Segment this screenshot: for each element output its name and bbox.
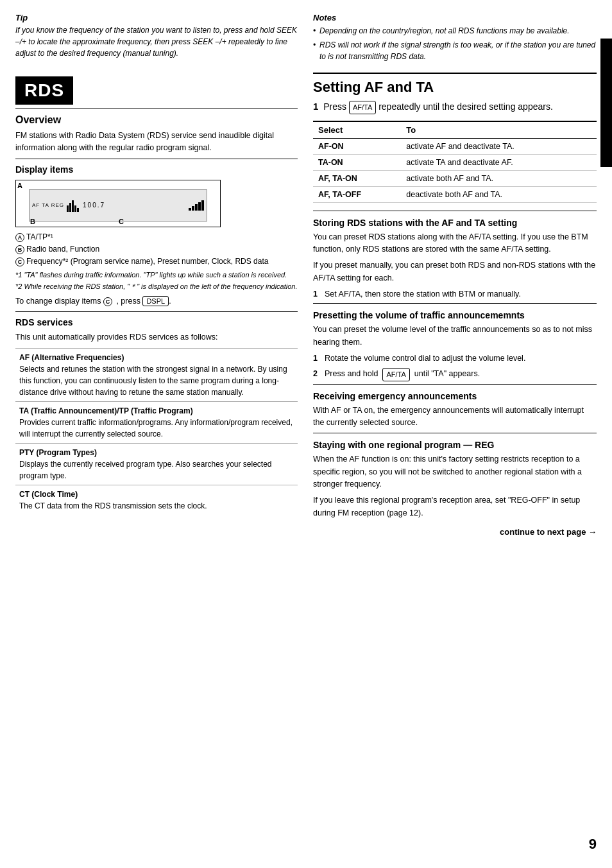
diagram-bars (67, 199, 79, 212)
bar1 (67, 205, 69, 212)
af-ta-row-0: AF-ON activate AF and deactivate TA. (313, 138, 597, 154)
page-number: 9 (589, 836, 597, 853)
overview-text: FM stations with Radio Data System (RDS)… (15, 130, 298, 155)
tip-text: If you know the frequency of the station… (15, 24, 298, 59)
step1-press: Press (323, 101, 346, 112)
diagram-inner: AF TA REG 100.7 (29, 189, 207, 221)
af-ta-col2: To (401, 121, 597, 139)
presetting-step1-text: Rotate the volume control dial to adjust… (325, 352, 525, 365)
rds-services-divider (15, 311, 298, 312)
rds-service-af-cell: AF (Alternative Frequencies) Selects and… (15, 348, 298, 401)
setting-af-ta-title: Setting AF and TA (313, 73, 597, 96)
af-ta-row-2: AF, TA-ON activate both AF and TA. (313, 170, 597, 186)
pty-key-full: PTY (Program Types) (19, 448, 97, 457)
display-diagram: A AF TA REG 100.7 (15, 180, 221, 227)
rds-service-pty-cell: PTY (Program Types) Displays the current… (15, 443, 298, 485)
footnote-2: *2 While receiving the RDS station, "＊" … (15, 282, 298, 292)
circle-a: A (15, 233, 24, 242)
step1-num: 1 (313, 101, 318, 112)
rds-service-row-ct: CT (Clock Time) The CT data from the RDS… (15, 485, 298, 515)
rds-service-ta-cell: TA (Traffic Announcement)/TP (Traffic Pr… (15, 401, 298, 443)
diagram-af-ta-reg: AF TA REG (32, 202, 64, 208)
rds-services-table: AF (Alternative Frequencies) Selects and… (15, 348, 298, 515)
dspl-note: To change display items C , press DSPL. (15, 296, 298, 306)
rbar2 (192, 206, 194, 211)
overview-divider (15, 159, 298, 159)
diagram-label-b: B (30, 218, 35, 225)
bar3 (72, 200, 74, 212)
receiving-emergency-text: With AF or TA on, the emergency announce… (313, 404, 597, 430)
legend-text-a: TA/TP*¹ (26, 231, 53, 243)
rds-service-row-af: AF (Alternative Frequencies) Selects and… (15, 348, 298, 401)
rbar1 (189, 208, 191, 211)
presetting-step2: 2 Press and hold AF/TA until "TA" appear… (313, 368, 597, 381)
rds-services-title: RDS services (15, 317, 298, 327)
af-ta-select-1: TA-ON (313, 154, 401, 170)
af-ta-to-3: deactivate both AF and TA. (401, 186, 597, 202)
storing-rds-step1: 1 Set AF/TA, then store the station with… (313, 288, 597, 300)
step1-text: 1 Press AF/TA repeatedly until the desir… (313, 100, 597, 114)
af-ta-col1: Select (313, 121, 401, 139)
presetting-volume-title: Presetting the volume of traffic announc… (313, 310, 597, 320)
presetting-step2-num: 2 (313, 368, 322, 381)
rds-service-ta-label: TA (Traffic Announcement)/TP (Traffic Pr… (19, 405, 294, 417)
overview-title: Overview (15, 114, 298, 126)
presetting-step2-rest: until "TA" appears. (414, 368, 480, 381)
rbar4 (198, 202, 201, 211)
af-ta-key: AF/TA (349, 101, 376, 114)
rds-service-af-desc: Selects and retunes the station with the… (19, 363, 294, 398)
ta-key-full: TA (Traffic Announcement)/TP (Traffic Pr… (19, 406, 193, 415)
continue-text: continue to next page → (500, 527, 597, 537)
storing-rds-title: Storing RDS stations with the AF and TA … (313, 218, 597, 228)
staying-regional-divider (313, 433, 597, 433)
notes-list: Depending on the country/region, not all… (313, 25, 597, 62)
receiving-divider (313, 384, 597, 385)
rds-service-pty-desc: Displays the currently received program … (19, 458, 294, 482)
rds-service-ct-label: CT (Clock Time) (19, 489, 294, 500)
rds-services-text: This unit automatically provides RDS ser… (15, 331, 298, 343)
display-items-title: Display items (15, 164, 298, 175)
af-ta-to-1: activate TA and deactivate AF. (401, 154, 597, 170)
rds-service-pty-label: PTY (Program Types) (19, 447, 294, 458)
af-ta-row-1: TA-ON activate TA and deactivate AF. (313, 154, 597, 170)
af-ta-to-2: activate both AF and TA. (401, 170, 597, 186)
notes-box: Notes Depending on the country/region, n… (313, 13, 597, 65)
presetting-step1-num: 1 (313, 352, 322, 365)
footnote-1: *1 "TA" flashes during traffic informati… (15, 270, 298, 281)
ct-key-full: CT (Clock Time) (19, 490, 78, 499)
circle-b: B (15, 245, 24, 254)
rbar3 (195, 204, 198, 211)
tip-box: Tip If you know the frequency of the sta… (15, 13, 298, 65)
right-column: Setting AF and TA 1 Press AF/TA repeated… (313, 71, 597, 855)
dspl-key: DSPL (142, 296, 169, 306)
bar4 (74, 205, 76, 212)
note-item-2: RDS will not work if the signal strength… (313, 39, 597, 62)
tip-title: Tip (15, 13, 298, 22)
storing-step1-text: Set AF/TA, then store the station with B… (325, 288, 521, 300)
presetting-step1: 1 Rotate the volume control dial to adju… (313, 352, 597, 365)
af-ta-select-3: AF, TA-OFF (313, 186, 401, 202)
rds-divider (15, 108, 298, 109)
rds-service-row-pty: PTY (Program Types) Displays the current… (15, 443, 298, 485)
af-ta-header-row: Select To (313, 121, 597, 139)
continue-line: continue to next page → (313, 527, 597, 537)
legend-item-c: C Frequency*² (Program service name), Pr… (15, 256, 298, 268)
presetting-step2-label: Press and hold (325, 368, 378, 381)
dspl-circle-c: C (103, 297, 112, 306)
rds-header: RDS (15, 76, 73, 105)
diagram-freq: 100.7 (83, 202, 105, 209)
bar2 (69, 203, 71, 212)
notes-title: Notes (313, 13, 597, 22)
left-column: RDS Overview FM stations with Radio Data… (15, 71, 298, 855)
dspl-press: , press (116, 297, 140, 306)
bar5 (77, 208, 79, 212)
receiving-emergency-title: Receiving emergency announcements (313, 391, 597, 401)
af-ta-row-3: AF, TA-OFF deactivate both AF and TA. (313, 186, 597, 202)
display-legend: A TA/TP*¹ B Radio band, Function C Frequ… (15, 231, 298, 268)
storing-rds-divider (313, 211, 597, 211)
presetting-volume-text: You can preset the volume level of the t… (313, 324, 597, 349)
step1-rest: repeatedly until the desired setting app… (378, 101, 553, 112)
rbar5 (201, 200, 204, 211)
storing-step1-num: 1 (313, 288, 322, 300)
staying-regional-text1: When the AF function is on: this unit's … (313, 453, 597, 490)
